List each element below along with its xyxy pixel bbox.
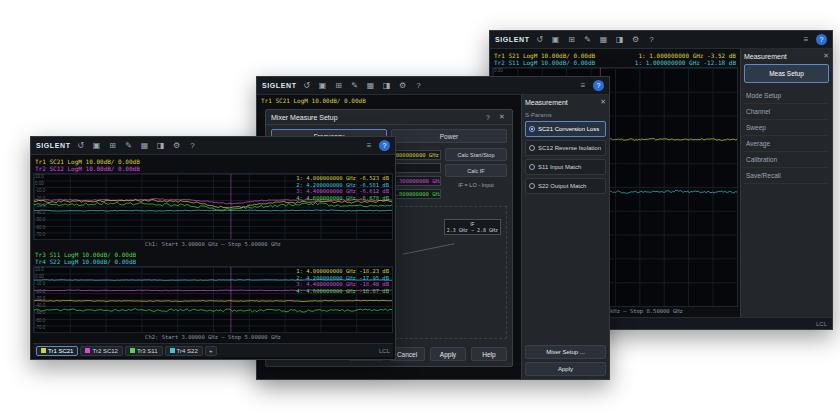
menu-icon[interactable]: ≡ [577, 80, 589, 92]
menu-item-save-recall[interactable]: Save/Recall [744, 168, 829, 184]
trace-line[interactable] [34, 300, 392, 301]
trace-label[interactable]: Tr1 SC21 LogM 10.00dB/ 0.00dB [35, 158, 140, 165]
option-sc21-conversion-loss[interactable]: SC21 Conversion Loss [525, 121, 606, 137]
marker-readout: 3: 4.400000000 GHz -6.612 dB [296, 188, 389, 195]
settings-icon[interactable]: ⚙ [171, 140, 183, 152]
menu-item-meas-setup[interactable]: Meas Setup [744, 64, 829, 83]
trace-header: Tr1 S21 LogM 10.00dB/ 0.00dB Tr2 S11 Log… [492, 51, 738, 67]
save-icon[interactable]: ▣ [317, 80, 329, 92]
calc-start-stop-button[interactable]: Calc Start/Stop [445, 148, 507, 161]
marker-readout: 1: 1.000000000 GHz -12.18 dB [635, 59, 736, 66]
screenshot-icon[interactable]: ⊞ [566, 34, 578, 46]
preset-icon[interactable]: ↺ [75, 140, 87, 152]
preset-icon[interactable]: ↺ [534, 34, 546, 46]
axis-label: Ch2: Start 3.00000 GHz — Stop 5.00000 GH… [33, 333, 393, 341]
y-tick-label: -50.0 [35, 217, 45, 222]
panel-section-label: S-Params [525, 112, 606, 118]
annotate-icon[interactable]: ✎ [123, 140, 135, 152]
split-view-icon[interactable]: ◨ [614, 34, 626, 46]
apply-button[interactable]: Apply [430, 347, 466, 361]
settings-icon[interactable]: ⚙ [397, 80, 409, 92]
tab-label: Tr4 S22 [177, 346, 198, 356]
menu-item-channel[interactable]: Channel [744, 104, 829, 120]
tab-power[interactable]: Power [391, 129, 507, 143]
screenshot-icon[interactable]: ⊞ [107, 140, 119, 152]
measurement-menu-panel: Measurement ✕ Meas Setup Mode Setup Chan… [740, 49, 832, 317]
marker-readout-block: 1: 4.000000000 GHz -18.23 dB 2: 4.200000… [296, 268, 389, 294]
trace-color-swatch [130, 348, 135, 353]
annotate-icon[interactable]: ✎ [349, 80, 361, 92]
screenshot-icon[interactable]: ⊞ [333, 80, 345, 92]
help-icon[interactable]: ? [187, 140, 199, 152]
option-sc12-reverse-isolation[interactable]: SC12 Reverse Isolation [525, 140, 606, 156]
split-view-icon[interactable]: ◨ [381, 80, 393, 92]
preset-icon[interactable]: ↺ [301, 80, 313, 92]
settings-icon[interactable]: ⚙ [630, 34, 642, 46]
marker-readout-block: 1: 4.000000000 GHz -6.523 dB 2: 4.200000… [296, 175, 389, 201]
panel-apply-button[interactable]: Apply [525, 362, 606, 376]
option-s22-output-match[interactable]: S22 Output Match [525, 178, 606, 194]
menu-icon[interactable]: ≡ [363, 140, 375, 152]
trace-label[interactable]: Tr2 SC12 LogM 10.00dB/ 0.00dB [35, 165, 140, 172]
display-icon[interactable]: ▦ [139, 140, 151, 152]
trace-panel-2: Tr3 S11 LogM 10.00dB/ 0.00dB Tr4 S22 Log… [33, 250, 393, 341]
trace-tab-bar: Tr1 SC21 Tr2 SC12 Tr3 S11 Tr4 S22 + LCL [33, 343, 393, 357]
dialog-close-icon[interactable]: ✕ [497, 113, 507, 121]
help-button[interactable]: Help [471, 347, 507, 361]
assistant-icon[interactable]: ? [593, 80, 604, 91]
assistant-icon[interactable]: ? [379, 140, 390, 151]
option-s11-input-match[interactable]: S11 Input Match [525, 159, 606, 175]
mixer-setup-button[interactable]: Mixer Setup ... [525, 345, 606, 359]
marker-readout: 4: 4.600000000 GHz -18.87 dB [296, 288, 389, 295]
diagram-if-node: IF 2.3 GHz ~ 2.8 GHz [444, 219, 501, 235]
trace-line[interactable] [34, 308, 392, 312]
trace-label[interactable]: Tr4 S22 LogM 10.00dB/ 0.00dB [35, 258, 136, 265]
measurement-menu-panel: Measurement ✕ S-Params SC21 Conversion L… [521, 95, 609, 379]
add-trace-button[interactable]: + [205, 346, 217, 356]
window-traces: SIGLENT ↺ ▣ ⊞ ✎ ▦ ◨ ⚙ ? ≡ ? Tr1 SC21 Log… [30, 136, 396, 360]
display-icon[interactable]: ▦ [598, 34, 610, 46]
option-label: S11 Input Match [538, 164, 581, 170]
tab-tr2[interactable]: Tr2 SC12 [80, 346, 122, 356]
help-icon[interactable]: ? [646, 34, 658, 46]
trace-label[interactable]: Tr3 S11 LogM 10.00dB/ 0.00dB [35, 251, 136, 258]
menu-item-average[interactable]: Average [744, 136, 829, 152]
save-icon[interactable]: ▣ [91, 140, 103, 152]
display-icon[interactable]: ▦ [365, 80, 377, 92]
close-icon[interactable]: ✕ [823, 52, 829, 60]
trace-line[interactable] [34, 210, 392, 211]
if-formula-label[interactable]: IF = LO - Input [445, 180, 507, 188]
dialog-help-icon[interactable]: ? [483, 114, 493, 121]
y-tick-label: -20.0 [35, 196, 45, 201]
trace-label[interactable]: Tr2 S11 LogM 10.00dB/ 0.00dB [494, 59, 595, 66]
annotate-icon[interactable]: ✎ [582, 34, 594, 46]
trace-plot[interactable]: 1: 4.000000000 GHz -6.523 dB 2: 4.200000… [33, 173, 393, 240]
toolbar: SIGLENT ↺ ▣ ⊞ ✎ ▦ ◨ ⚙ ? ≡ ? [257, 77, 609, 95]
trace-label[interactable]: Tr1 S21 LogM 10.00dB/ 0.00dB [494, 52, 595, 59]
menu-icon[interactable]: ≡ [800, 34, 812, 46]
panel-title: Measurement [744, 53, 787, 60]
trace-color-swatch [85, 348, 90, 353]
tab-tr4[interactable]: Tr4 S22 [165, 346, 203, 356]
trace-color-swatch [41, 348, 46, 353]
y-tick-label: 10.0 [35, 174, 44, 179]
y-tick-label: -70.0 [35, 325, 45, 330]
menu-item-calibration[interactable]: Calibration [744, 152, 829, 168]
split-view-icon[interactable]: ◨ [155, 140, 167, 152]
tab-label: Tr2 SC12 [92, 346, 117, 356]
close-icon[interactable]: ✕ [600, 98, 606, 106]
assistant-icon[interactable]: ? [816, 34, 827, 45]
help-icon[interactable]: ? [413, 80, 425, 92]
trace-plot[interactable]: 1: 4.000000000 GHz -18.23 dB 2: 4.200000… [33, 266, 393, 333]
marker-readout-block: 1: 1.000000000 GHz -3.52 dB 1: 1.0000000… [635, 52, 736, 66]
y-tick-label: 10.0 [35, 267, 44, 272]
marker-readout: 4: 4.600000000 GHz -6.678 dB [296, 195, 389, 202]
tab-tr3[interactable]: Tr3 S11 [125, 346, 163, 356]
menu-item-sweep[interactable]: Sweep [744, 120, 829, 136]
save-icon[interactable]: ▣ [550, 34, 562, 46]
option-label: SC12 Reverse Isolation [538, 145, 601, 151]
tab-tr1[interactable]: Tr1 SC21 [36, 346, 78, 356]
dialog-title: Mixer Measure Setup [271, 114, 479, 121]
calc-if-button[interactable]: Calc IF [445, 164, 507, 177]
menu-item-mode-setup[interactable]: Mode Setup [744, 88, 829, 104]
